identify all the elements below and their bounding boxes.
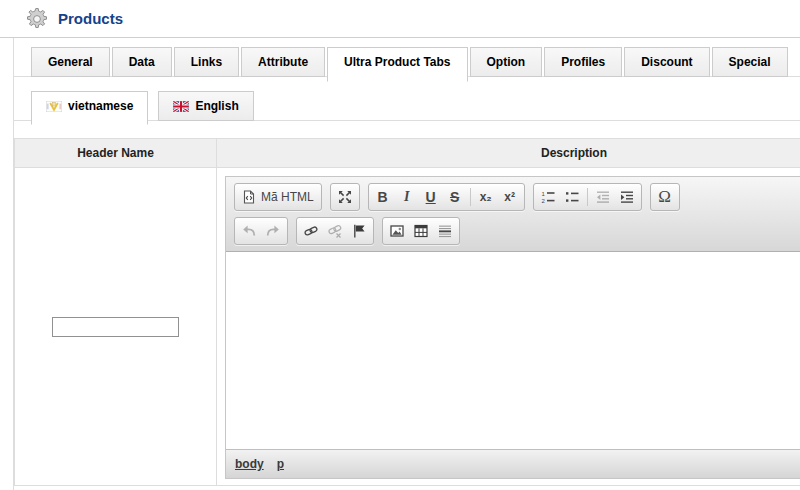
numbered-list-icon: 1 2	[541, 190, 555, 204]
undo-button[interactable]	[237, 219, 261, 243]
decrease-indent-button[interactable]	[591, 185, 615, 209]
language-tab-vietnamese[interactable]: vietnamese	[31, 91, 148, 125]
strikethrough-button[interactable]: S	[443, 185, 467, 209]
special-character-button[interactable]: Ω	[653, 185, 677, 209]
subscript-button[interactable]: x₂	[474, 185, 498, 209]
numbered-list-button[interactable]: 1 2	[536, 185, 560, 209]
gear-icon	[25, 7, 49, 31]
underline-button[interactable]: U	[419, 185, 443, 209]
superscript-button[interactable]: x²	[498, 185, 522, 209]
table-button[interactable]	[409, 219, 433, 243]
tab-special[interactable]: Special	[712, 47, 788, 77]
page-title: Products	[58, 10, 123, 27]
unlink-button[interactable]	[323, 219, 347, 243]
language-tab-english[interactable]: English	[158, 91, 253, 121]
product-tabs: GeneralDataLinksAttributeUltra Product T…	[14, 38, 800, 77]
language-tab-label: English	[195, 99, 238, 113]
maximize-button[interactable]	[333, 185, 357, 209]
redo-icon	[266, 224, 280, 238]
tab-profiles[interactable]: Profiles	[544, 47, 622, 77]
decrease-indent-icon	[596, 190, 610, 204]
column-header-name: Header Name	[15, 139, 217, 168]
element-path-body[interactable]: body	[235, 457, 264, 471]
tab-ultra-product-tabs[interactable]: Ultra Product Tabs	[327, 47, 467, 82]
tabs-form-table: Header Name Description	[14, 138, 800, 486]
editor-element-path: body p	[226, 449, 800, 478]
unlink-icon	[328, 224, 342, 238]
column-header-description: Description	[217, 139, 800, 168]
page-heading: Products	[0, 0, 800, 38]
increase-indent-button[interactable]	[615, 185, 639, 209]
toolbar-row-1: Mã HTML	[234, 183, 800, 211]
source-button-label: Mã HTML	[261, 190, 314, 204]
increase-indent-icon	[620, 190, 634, 204]
table-row: Mã HTML	[15, 168, 800, 486]
maximize-icon	[338, 190, 352, 204]
anchor-button[interactable]	[347, 219, 371, 243]
undo-icon	[242, 224, 256, 238]
tab-option[interactable]: Option	[470, 47, 543, 77]
table-icon	[414, 224, 428, 238]
tab-links[interactable]: Links	[174, 47, 239, 77]
vietnamese-flag-icon	[46, 101, 62, 112]
editor-toolbar: Mã HTML	[226, 177, 800, 252]
bold-button[interactable]: B	[371, 185, 395, 209]
horizontal-rule-button[interactable]	[433, 219, 457, 243]
bulleted-list-button[interactable]	[560, 185, 584, 209]
description-editor: Mã HTML	[225, 176, 800, 479]
header-name-input[interactable]	[52, 317, 179, 337]
anchor-flag-icon	[352, 224, 366, 238]
language-tabs: vietnamese English	[14, 91, 800, 121]
italic-button[interactable]: I	[395, 185, 419, 209]
image-button[interactable]	[385, 219, 409, 243]
tab-data[interactable]: Data	[112, 47, 172, 77]
language-tab-label: vietnamese	[68, 99, 133, 113]
link-icon	[304, 224, 318, 238]
svg-text:2: 2	[541, 198, 545, 204]
image-icon	[390, 224, 404, 238]
link-button[interactable]	[299, 219, 323, 243]
toolbar-separator	[587, 188, 588, 206]
svg-text:1: 1	[541, 191, 545, 197]
tab-general[interactable]: General	[31, 47, 110, 77]
element-path-p[interactable]: p	[277, 457, 284, 471]
content-panel: GeneralDataLinksAttributeUltra Product T…	[13, 38, 800, 490]
editor-content-area[interactable]	[226, 252, 800, 449]
description-cell: Mã HTML	[217, 168, 800, 486]
toolbar-row-2	[234, 217, 800, 245]
uk-flag-icon	[173, 101, 189, 112]
tab-discount[interactable]: Discount	[624, 47, 709, 77]
header-name-cell	[15, 168, 217, 486]
source-code-icon	[242, 190, 256, 204]
horizontal-rule-icon	[438, 224, 452, 238]
tab-attribute[interactable]: Attribute	[241, 47, 325, 77]
toolbar-separator	[470, 188, 471, 206]
source-button[interactable]: Mã HTML	[237, 185, 319, 209]
redo-button[interactable]	[261, 219, 285, 243]
bulleted-list-icon	[565, 190, 579, 204]
